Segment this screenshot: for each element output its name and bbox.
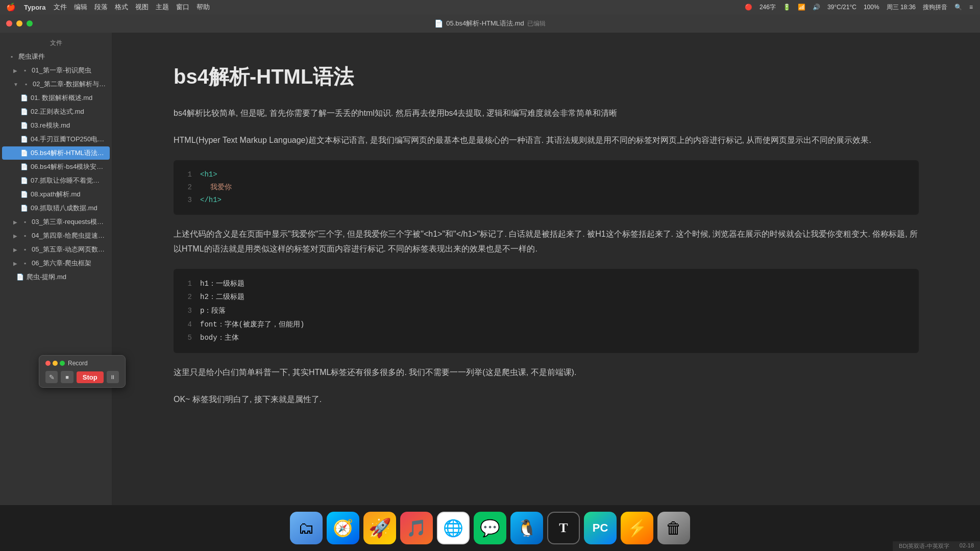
sidebar-item-f09[interactable]: 📄 09.抓取猎八成数据.md: [2, 202, 110, 215]
file-icon: 📄: [16, 273, 23, 281]
list-block-1: 1 h1：一级标题 2 h2：二级标题 3 p：段落 4 font：字体(被废弃…: [174, 269, 919, 353]
search-icon[interactable]: 🔍: [954, 4, 962, 11]
sidebar-item-ch02[interactable]: ▼ ▪ 02_第二章-数据解析与提取: [2, 78, 110, 91]
edit-button[interactable]: ✎: [45, 371, 58, 383]
sidebar-item-f08[interactable]: 📄 08.xpath解析.md: [2, 188, 110, 201]
sidebar-item-label: 02_第二章-数据解析与提取: [33, 80, 106, 89]
sidebar-item-ch01[interactable]: ▶ ▪ 01_第一章-初识爬虫: [2, 64, 110, 77]
temperature: 39°C/21°C: [827, 4, 856, 11]
sidebar-item-outline[interactable]: 📄 爬虫-提纲.md: [2, 270, 110, 284]
sidebar-item-label: 02.正则表达式.md: [31, 107, 106, 116]
dock-app-typora[interactable]: T: [547, 512, 580, 544]
sidebar-item-label: 爬虫课件: [18, 52, 106, 61]
paragraph-2: HTML(Hyper Text Markup Language)超文本标记语言,…: [174, 133, 919, 148]
list-line-2: 2 h2：二级标题: [184, 290, 909, 304]
list-line-3: 3 p：段落: [184, 304, 909, 318]
sidebar-item-f03[interactable]: 📄 03.re模块.md: [2, 119, 110, 132]
paragraph-3: 上述代码的含义是在页面中显示"我爱你"三个字, 但是我爱你三个字被"<h1>"和…: [174, 227, 919, 257]
menu-theme[interactable]: 主题: [156, 3, 169, 12]
doc-title: bs4解析-HTML语法: [174, 63, 919, 90]
menu-view[interactable]: 视图: [135, 3, 149, 12]
menubar: 🍎 Typora 文件 编辑 段落 格式 视图 主题 窗口 帮助 🔴 246字 …: [0, 0, 980, 14]
menu-help[interactable]: 帮助: [197, 3, 210, 12]
sidebar: 文件 ▪ 爬虫课件 ▶ ▪ 01_第一章-初识爬虫 ▼ ▪ 02_第二章-数据解…: [0, 33, 112, 505]
edit-icon: ✎: [49, 373, 55, 381]
sidebar-item-label: 03.re模块.md: [31, 121, 106, 130]
code-line-3: 3 </h1>: [184, 194, 909, 207]
expand-arrow: ▼: [13, 82, 18, 87]
input-method[interactable]: 搜狗拼音: [923, 3, 947, 12]
sidebar-item-ch04[interactable]: ▶ ▪ 04_第四章-给爬虫提速-异步爬虫: [2, 229, 110, 242]
code-content: <h1>: [200, 168, 217, 181]
menu-file[interactable]: 文件: [54, 3, 67, 12]
date-label: 02-18: [960, 542, 974, 550]
list-content: h1：一级标题: [200, 277, 244, 291]
titlebar-title: 📄 05.bs4解析-HTML语法.md 已编辑: [434, 19, 545, 28]
code-block-1: 1 <h1> 2 我爱你 3 </h1>: [174, 160, 919, 215]
dock-app-thunder[interactable]: ⚡: [621, 512, 653, 544]
app-name: Typora: [24, 4, 45, 11]
dock-app-wechat[interactable]: 💬: [474, 512, 506, 544]
close-button[interactable]: [6, 20, 12, 27]
line-num: 1: [184, 168, 192, 181]
minimize-button[interactable]: [16, 20, 22, 27]
sidebar-item-crawler-course[interactable]: ▪ 爬虫课件: [2, 50, 110, 63]
sidebar-item-label: 07.抓取让你睡不着觉的图片.md: [31, 176, 106, 185]
expand-arrow: ▶: [13, 68, 17, 73]
sidebar-item-label: 04_第四章-给爬虫提速-异步爬虫: [32, 231, 106, 240]
list-content: h2：二级标题: [200, 290, 244, 304]
sidebar-item-f02[interactable]: 📄 02.正则表达式.md: [2, 105, 110, 118]
dock-app-rocket[interactable]: 🚀: [363, 512, 396, 544]
content-area[interactable]: bs4解析-HTML语法 bs4解析比较简单, 但是呢, 首先你需要了解一丢丢的…: [112, 33, 980, 505]
dock-app-qq[interactable]: 🐧: [510, 512, 543, 544]
dock-app-finder[interactable]: 🗂: [290, 512, 323, 544]
sidebar-item-f06[interactable]: 📄 06.bs4解析-bs4模块安装和使用.md: [2, 160, 110, 173]
sidebar-item-f01[interactable]: 📄 01. 数据解析概述.md: [2, 91, 110, 105]
sidebar-item-ch03[interactable]: ▶ ▪ 03_第三章-requests模块进阶: [2, 215, 110, 229]
sidebar-item-label: 06.bs4解析-bs4模块安装和使用.md: [31, 162, 106, 171]
dock-app-trash[interactable]: 🗑: [657, 512, 690, 544]
menu-window[interactable]: 窗口: [176, 3, 189, 12]
line-num: 4: [184, 318, 192, 332]
file-icon: 📄: [20, 205, 28, 212]
paragraph-5: OK~ 标签我们明白了, 接下来就是属性了.: [174, 392, 919, 407]
sidebar-item-f07[interactable]: 📄 07.抓取让你睡不着觉的图片.md: [2, 174, 110, 187]
sidebar-item-f05[interactable]: 📄 05.bs4解析-HTML语法.md: [2, 146, 110, 160]
stop-icon-button[interactable]: ■: [61, 371, 73, 383]
folder-icon: ▪: [8, 53, 15, 60]
expand-arrow: ▶: [13, 233, 17, 239]
dock-app-chrome[interactable]: 🌐: [437, 512, 470, 544]
code-line-2: 2 我爱你: [184, 181, 909, 194]
sidebar-item-f04[interactable]: 📄 04.手刃豆瓣TOP250电影信息.md: [2, 133, 110, 146]
apple-icon[interactable]: 🍎: [6, 3, 16, 12]
record-widget-title: Record: [45, 360, 119, 367]
control-icon[interactable]: ≡: [969, 4, 973, 11]
expand-arrow: ▶: [13, 247, 17, 253]
volume-icon: 🔊: [813, 4, 820, 11]
pause-button[interactable]: ⏸: [107, 371, 119, 383]
datetime: 周三 18:36: [887, 3, 916, 12]
sidebar-item-ch05[interactable]: ▶ ▪ 05_第五章-动态网页数据爬取: [2, 243, 110, 256]
menu-paragraph[interactable]: 段落: [94, 3, 108, 12]
main-layout: 文件 ▪ 爬虫课件 ▶ ▪ 01_第一章-初识爬虫 ▼ ▪ 02_第二章-数据解…: [0, 33, 980, 505]
record-dot-red: [45, 361, 51, 366]
stop-button[interactable]: Stop: [77, 371, 104, 383]
file-icon: 📄: [20, 191, 28, 198]
wifi-icon: 📶: [798, 4, 805, 11]
list-line-5: 5 body：主体: [184, 331, 909, 345]
file-icon: 📄: [20, 149, 28, 157]
record-controls: ✎ ■ Stop ⏸: [45, 371, 119, 383]
folder-icon: ▪: [21, 232, 29, 239]
menu-format[interactable]: 格式: [115, 3, 128, 12]
dock-app-pycharm[interactable]: PC: [584, 512, 617, 544]
list-content: body：主体: [200, 331, 239, 345]
sidebar-item-ch06[interactable]: ▶ ▪ 06_第六章-爬虫框架: [2, 257, 110, 270]
record-dot-green: [60, 361, 65, 366]
menu-edit[interactable]: 编辑: [74, 3, 87, 12]
filename: 05.bs4解析-HTML语法.md: [446, 19, 524, 28]
list-line-4: 4 font：字体(被废弃了，但能用): [184, 318, 909, 332]
maximize-button[interactable]: [27, 20, 33, 27]
dock-app-safari[interactable]: 🧭: [327, 512, 359, 544]
dock-app-music[interactable]: 🎵: [400, 512, 433, 544]
list-line-1: 1 h1：一级标题: [184, 277, 909, 291]
